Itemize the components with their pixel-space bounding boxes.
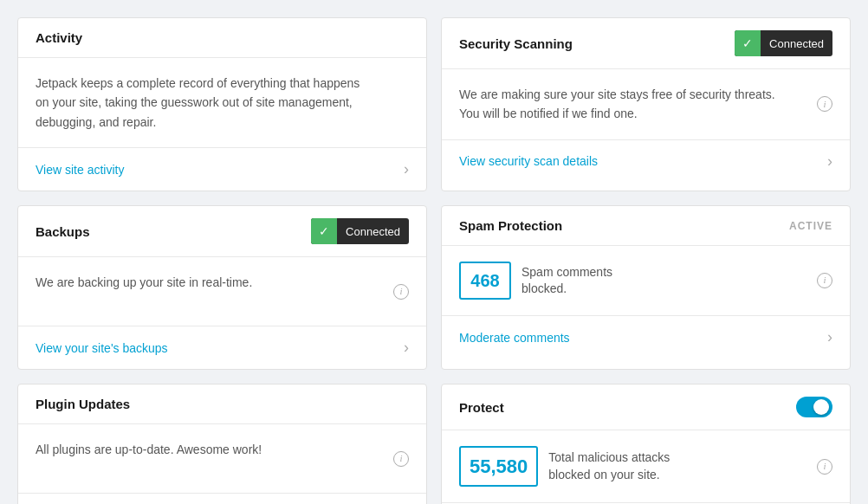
spam-body: 468 Spam comments blocked. i [442,246,850,316]
spam-header: Spam Protection ACTIVE [442,206,850,246]
backups-card: Backups ✓ Connected We are backing up yo… [17,205,427,370]
spam-chevron-icon: › [827,328,832,346]
plugins-header: Plugin Updates [18,384,426,424]
spam-count: 468 [459,262,511,300]
protect-title: Protect [459,400,504,415]
protect-card: Protect 55,580 Total malicious attacks b… [441,384,851,504]
spam-stat-row: 468 Spam comments blocked. [459,262,832,300]
activity-footer: View site activity › [18,148,426,191]
security-check-icon: ✓ [735,30,761,56]
activity-link[interactable]: View site activity [36,163,124,177]
backups-badge-text: Connected [337,225,409,238]
backups-check-icon: ✓ [311,218,337,244]
activity-title: Activity [36,30,82,45]
backups-info-icon[interactable]: i [393,284,409,300]
protect-stat-row: 55,580 Total malicious attacks blocked o… [459,446,832,487]
spam-info-icon[interactable]: i [817,273,832,288]
security-body: We are making sure your site stays free … [442,69,850,140]
security-connected-badge: ✓ Connected [735,30,832,56]
protect-info-icon[interactable]: i [817,459,832,475]
activity-header: Activity [18,18,426,58]
backups-header: Backups ✓ Connected [18,206,426,257]
spam-link[interactable]: Moderate comments [459,331,570,345]
backups-body: We are backing up your site in real-time… [18,257,426,326]
security-footer: View security scan details › [442,140,850,183]
plugins-card: Plugin Updates All plugins are up-to-dat… [17,384,427,504]
activity-chevron-icon: › [404,160,409,178]
spam-stat-text: Spam comments blocked. [521,264,660,298]
plugins-info-icon[interactable]: i [393,451,409,467]
activity-body: Jetpack keeps a complete record of every… [18,58,426,148]
spam-title: Spam Protection [459,218,562,233]
security-description: We are making sure your site stays free … [459,85,832,124]
plugins-body: All plugins are up-to-date. Awesome work… [18,424,426,494]
security-badge-text: Connected [761,37,832,50]
plugins-footer: Manage your plugins ⧉ [18,494,426,504]
security-info-icon[interactable]: i [817,96,832,112]
backups-connected-badge: ✓ Connected [311,218,409,244]
backups-footer: View your site's backups › [18,326,426,369]
protect-header: Protect [442,384,850,430]
security-link[interactable]: View security scan details [459,154,598,168]
security-chevron-icon: › [827,152,832,171]
plugins-description: All plugins are up-to-date. Awesome work… [36,440,409,459]
protect-body: 55,580 Total malicious attacks blocked o… [442,430,850,503]
activity-description: Jetpack keeps a complete record of every… [36,74,409,132]
backups-title: Backups [36,224,90,239]
backups-chevron-icon: › [404,339,409,357]
spam-card: Spam Protection ACTIVE 468 Spam comments… [441,205,851,370]
plugins-title: Plugin Updates [36,397,130,411]
security-card: Security Scanning ✓ Connected We are mak… [441,17,851,191]
protect-toggle[interactable] [796,397,832,417]
protect-stat-text: Total malicious attacks blocked on your … [548,449,687,483]
protect-count: 55,580 [459,446,538,487]
security-title: Security Scanning [459,36,573,51]
dashboard-grid: Activity Jetpack keeps a complete record… [17,17,851,504]
security-header: Security Scanning ✓ Connected [442,18,850,69]
backups-link[interactable]: View your site's backups [36,341,168,355]
activity-card: Activity Jetpack keeps a complete record… [17,17,427,191]
backups-description: We are backing up your site in real-time… [36,273,409,292]
spam-active-badge: ACTIVE [789,220,832,232]
spam-footer: Moderate comments › [442,316,850,359]
